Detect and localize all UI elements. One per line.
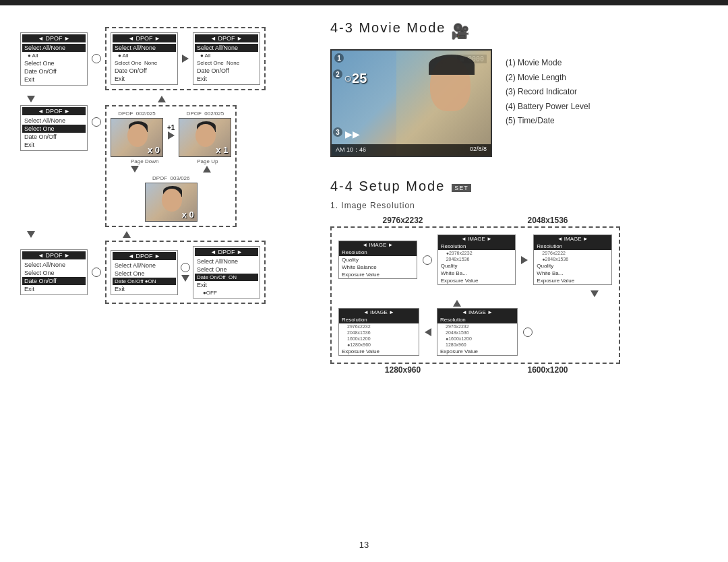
callout-item-2: (2) Movie Length (506, 71, 590, 86)
dpof-item: ● All (22, 52, 86, 59)
img-card-2976: ◄ IMAGE ► Resolution Quality White Balan… (338, 241, 417, 279)
img-card-sub: 2048x1536 (438, 256, 516, 262)
right-section: 4-3 Movie Mode 🎥 1 ■ 0000 2 ○25 3 (330, 20, 715, 375)
page-up-label: Page Up (197, 158, 218, 164)
img-card-1600: ◄ IMAGE ► Resolution 2976x2232 2048x1536… (437, 308, 518, 356)
res-bottom-row: ◄ IMAGE ► Resolution 2976x2232 2048x1536… (338, 308, 612, 356)
dashed-date-group: ◄ DPOF ► Select All/None Select One Date… (105, 241, 266, 304)
page-number: 13 (359, 540, 369, 550)
mv-record-indicator: ▶▶ (345, 129, 360, 139)
face-thumbnail-2: x 1 (179, 118, 231, 157)
img-card-item: Resolution (437, 316, 517, 323)
img-card-item: Exposure Value (437, 348, 517, 355)
dpof-item: Select One (22, 269, 86, 277)
img-card-item: Resolution (339, 249, 417, 256)
set-badge: SET (452, 184, 471, 192)
img-card-item: Exposure Value (339, 271, 417, 278)
res-label-1280: 1280x960 (385, 365, 421, 375)
img-card-sub: 1280x960 (437, 342, 517, 348)
dpof-item: Select All/None (195, 44, 258, 52)
arrow-right-icon (168, 131, 175, 139)
callout-item-3: (3) Record Indicator (506, 85, 590, 100)
dpof-item: Exit (195, 75, 258, 83)
dpof-header-1: ◄ DPOF ► (22, 34, 86, 42)
dpof-card-2: ◄ DPOF ► Select All/None ● All Select On… (111, 32, 178, 85)
vert-arrow-2 (158, 96, 166, 102)
nav-circle (92, 268, 101, 277)
dpof-item: Date On/Off (22, 67, 86, 75)
dpof-item: Select One None (113, 59, 176, 67)
resolution-dashed-box: ◄ IMAGE ► Resolution Quality White Balan… (330, 226, 620, 364)
dashed-group-1: ◄ DPOF ► Select All/None ● All Select On… (105, 27, 266, 90)
face-thumbnail-1: x 0 (111, 118, 163, 157)
dpof-thumb-label-2: DPOF 002/025 (187, 111, 224, 117)
arrow-left-icon (425, 328, 431, 336)
callout-item-4: (4) Battery Power Level (506, 100, 590, 115)
arrow-down-icon (27, 96, 35, 102)
dpof-item: Exit (113, 75, 176, 83)
thumb-x1: x 1 (216, 145, 228, 155)
arrow-up-icon (123, 231, 131, 238)
callout-item-5: (5) Time/Date (506, 114, 590, 129)
vert-arrow-3 (27, 231, 35, 238)
vert-arrow-1 (27, 96, 35, 102)
res-top-row: ◄ IMAGE ► Resolution Quality White Balan… (338, 235, 612, 285)
dpof-header: ◄ DPOF ► (195, 248, 258, 256)
arrow-up-icon (158, 96, 166, 102)
img-card-item: Resolution (339, 316, 419, 323)
arrow-up-icon (453, 300, 461, 307)
dpof-item: Select All/None (113, 261, 176, 270)
left-section: ◄ DPOF ► Select All/None ● All Select On… (20, 20, 310, 304)
img-card-item: Quality (339, 256, 417, 263)
img-card-sub: 2048x1536 (339, 330, 419, 336)
img-card-item: Quality (438, 262, 516, 270)
setup-mode-title: 4-4 Setup Mode (330, 179, 445, 194)
dpof-item: Select All/None (113, 44, 176, 52)
callout-3-circle: 3 (333, 127, 342, 137)
res-label-2976: 2976x2232 (382, 216, 423, 225)
dashed-thumb-group: DPOF 002/025 x 0 +1 DPOF 002/025 (105, 105, 237, 227)
img-card-item: White Balance (339, 263, 417, 271)
dpof-item: ● All (113, 52, 176, 59)
dpof-item: Select One (195, 266, 258, 274)
dpof-item: Date On/Off ●ON (113, 278, 176, 285)
dpof-thumb-label-3: DPOF 003/026 (152, 175, 190, 181)
dpof-date-card-1: ◄ DPOF ► Select All/None Select One Date… (111, 250, 178, 295)
dpof-item: ●OFF (195, 289, 258, 296)
dpof-card-date: ◄ DPOF ► Select All/None Select One Date… (20, 249, 88, 295)
dpof-item: Exit (22, 141, 86, 149)
movie-mode-title: 4-3 Movie Mode (330, 20, 446, 36)
res-arrow-down-right (338, 290, 599, 297)
img-card-2048b: ◄ IMAGE ► Resolution 2976x2222 ●2048x153… (533, 235, 612, 285)
mv-hair (429, 55, 475, 75)
callout-item-1: (1) Movie Mode (506, 56, 590, 71)
res-arrow-up-left (453, 300, 612, 307)
dpof-item: Select All/None (195, 257, 258, 266)
dpof-header: ◄ DPOF ► (22, 107, 86, 115)
img-card-item: Exposure Value (339, 348, 419, 355)
dpof-header-3: ◄ DPOF ► (195, 34, 258, 42)
dpof-card-3: ◄ DPOF ► Select All/None ● All Select On… (193, 32, 260, 85)
dpof-thumb-label: DPOF 002/025 (118, 111, 156, 117)
dpof-item: Exit (195, 281, 258, 289)
img-card-sub: 2976x2232 (339, 323, 419, 330)
img-card-item: White Ba... (534, 270, 611, 277)
dpof-item: Select One (22, 59, 86, 67)
resolution-grid-container: 2976x2232 2048x1536 ◄ IMAGE ► Resolution… (330, 216, 620, 375)
img-card-sub: ●1280x960 (339, 342, 419, 348)
res-label-2048: 2048x1536 (527, 216, 568, 225)
dpof-item: Select All/None (22, 261, 86, 269)
arrow-down-icon (590, 290, 599, 297)
img-card-2048: ◄ IMAGE ► Resolution ●2976x2232 2048x153… (437, 235, 516, 285)
movie-preview-container: 1 ■ 0000 2 ○25 3 ▶▶ AM 10：46 02/8/8 (330, 49, 492, 166)
res-nav-2 (523, 327, 533, 337)
dpof-item-selected: Select One (22, 125, 86, 133)
arrow-right-icon (521, 256, 528, 264)
arrow-up-icon (203, 166, 211, 173)
mv-bottom-date: 02/8/8 (470, 146, 487, 154)
dpof-header: ◄ DPOF ► (22, 251, 86, 259)
img-card-sub: 2976x2232 (437, 323, 517, 330)
dpof-item: Exit (113, 285, 176, 293)
arrow-down-icon (131, 166, 139, 173)
dpof-item: Date On/Off ON (195, 274, 258, 281)
